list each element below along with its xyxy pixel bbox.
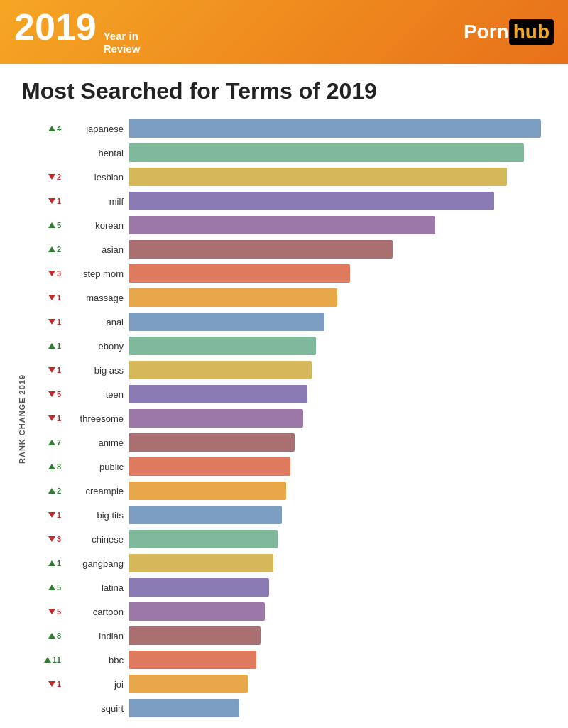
term-label: creampie: [65, 486, 129, 496]
arrow-up-icon: [48, 633, 55, 639]
arrow-up-icon: [48, 440, 55, 445]
arrow-up-icon: [48, 464, 55, 469]
bar-row: 8indian: [30, 624, 554, 647]
rank-change: 2: [30, 173, 65, 181]
term-label: massage: [65, 293, 129, 303]
term-label: big ass: [65, 365, 129, 376]
arrow-up-icon: [48, 488, 55, 494]
bar: [129, 216, 435, 234]
bar-row: hentai: [30, 141, 554, 164]
term-label: teen: [65, 389, 129, 400]
rank-number: 8: [57, 462, 61, 471]
bar-row: 8public: [30, 455, 554, 478]
y-axis-label: RANK CHANGE 2019: [14, 117, 30, 721]
rank-change: 5: [30, 390, 65, 398]
bar-container: [129, 651, 554, 669]
bar: [129, 457, 290, 476]
bar-container: [129, 675, 554, 693]
term-label: japanese: [65, 124, 129, 134]
bar-container: [129, 216, 554, 234]
arrow-up-icon: [48, 246, 55, 252]
arrow-up-icon: [48, 560, 55, 566]
rank-number: 1: [57, 414, 61, 423]
bar-container: [129, 337, 554, 355]
bar-row: 7anime: [30, 431, 554, 454]
arrow-down-icon: [48, 295, 55, 300]
term-label: bbc: [65, 655, 129, 665]
bar-row: 5korean: [30, 214, 554, 237]
arrow-down-icon: [48, 198, 55, 204]
bar-row: 1anal: [30, 310, 554, 333]
bar-container: [129, 699, 554, 717]
term-label: step mom: [65, 268, 129, 279]
term-label: chinese: [65, 534, 129, 545]
term-label: anal: [65, 317, 129, 327]
bar: [129, 168, 507, 186]
arrow-down-icon: [48, 271, 55, 276]
bar-row: 1massage: [30, 286, 554, 309]
rank-number: 1: [57, 293, 61, 302]
term-label: gangbang: [65, 558, 129, 569]
bar-row: 1joi: [30, 673, 554, 695]
rank-number: 8: [57, 631, 61, 640]
bar-container: [129, 530, 554, 548]
rank-number: 4: [57, 124, 61, 133]
rank-number: 1: [57, 317, 61, 326]
arrow-down-icon: [48, 367, 55, 373]
rank-change: 1: [30, 317, 65, 326]
rank-number: 5: [57, 390, 61, 398]
bar-container: [129, 385, 554, 403]
bar-row: 5cartoon: [30, 600, 554, 623]
rank-change: 8: [30, 462, 65, 471]
term-label: ebony: [65, 341, 129, 352]
bar-container: [129, 506, 554, 524]
bar-container: [129, 143, 554, 162]
bar-row: 1gangbang: [30, 552, 554, 575]
rank-number: 2: [57, 487, 61, 495]
bar: [129, 143, 524, 162]
bar-container: [129, 288, 554, 307]
bar: [129, 337, 316, 355]
rank-change: 8: [30, 631, 65, 640]
bar: [129, 385, 307, 403]
rank-number: 1: [57, 511, 61, 519]
chart-content: 4japanesehentai2lesbian1milf5korean2asia…: [30, 117, 554, 721]
bar: [129, 264, 350, 283]
rank-number: 1: [57, 680, 61, 688]
bar-row: 1threesome: [30, 407, 554, 430]
arrow-down-icon: [48, 415, 55, 421]
rank-change: 1: [30, 559, 65, 567]
bar: [129, 240, 393, 259]
rank-change: 7: [30, 438, 65, 447]
rank-number: 3: [57, 535, 61, 543]
rank-change: 3: [30, 269, 65, 278]
year-number: 2019: [14, 9, 97, 45]
rank-number: 1: [57, 366, 61, 374]
arrow-up-icon: [48, 126, 55, 131]
bar: [129, 313, 324, 331]
bar-container: [129, 119, 554, 138]
term-label: cartoon: [65, 607, 129, 617]
bar-container: [129, 457, 554, 476]
rank-change: 1: [30, 342, 65, 350]
rank-number: 2: [57, 245, 61, 254]
rank-change: 5: [30, 583, 65, 592]
arrow-down-icon: [48, 391, 55, 397]
term-label: lesbian: [65, 172, 129, 183]
rank-number: 1: [57, 197, 61, 205]
bar: [129, 433, 295, 452]
bar-row: 3step mom: [30, 262, 554, 285]
rank-number: 1: [57, 559, 61, 567]
bar-container: [129, 409, 554, 428]
bar-container: [129, 578, 554, 597]
bar: [129, 554, 273, 572]
rank-number: 11: [53, 656, 61, 664]
bar: [129, 578, 269, 597]
bar: [129, 361, 312, 379]
bar-container: [129, 313, 554, 331]
term-label: public: [65, 462, 129, 472]
bar: [129, 506, 282, 524]
bar: [129, 675, 248, 693]
rank-change: 11: [30, 656, 65, 664]
bar: [129, 409, 303, 428]
